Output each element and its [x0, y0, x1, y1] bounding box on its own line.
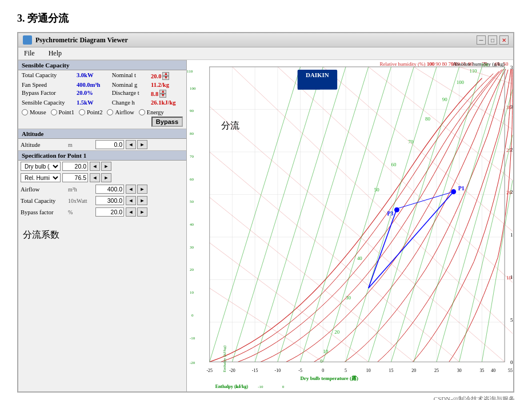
svg-text:10: 10 — [190, 290, 194, 295]
svg-text:-10: -10 — [275, 368, 281, 373]
svg-text:-15: -15 — [252, 368, 258, 373]
rel-humidity-right-btn[interactable]: ► — [101, 173, 111, 182]
svg-text:5: 5 — [345, 368, 347, 373]
bypass-factor-left-btn[interactable]: ◄ — [126, 207, 136, 217]
airflow-form-label: Airflow — [21, 186, 66, 193]
airflow-left-btn[interactable]: ◄ — [126, 185, 136, 194]
airflow-arrows: ◄ ► — [126, 185, 147, 194]
altitude-left-btn[interactable]: ◄ — [126, 140, 136, 149]
dry-bulb-right-btn[interactable]: ► — [101, 162, 111, 171]
energy-radio[interactable]: Energy — [139, 109, 164, 115]
section-number: 3. — [17, 13, 25, 24]
altitude-unit: m — [68, 142, 94, 148]
svg-text:25: 25 — [434, 368, 439, 373]
bypass-annotation: 分流 — [221, 120, 239, 132]
menu-help[interactable]: Help — [46, 49, 64, 58]
dry-bulb-left-btn[interactable]: ◄ — [90, 162, 100, 171]
airflow-right-btn[interactable]: ► — [137, 185, 147, 194]
dry-bulb-dropdown[interactable]: Dry bulb (露) — [21, 162, 61, 171]
bypass-factor-label: Bypass Factor — [21, 89, 73, 98]
minimize-button[interactable]: ─ — [477, 35, 486, 45]
svg-text:P3: P3 — [387, 210, 394, 217]
svg-text:10: 10 — [506, 275, 511, 281]
svg-text:0: 0 — [191, 313, 194, 318]
point1-radio[interactable]: Point1 — [51, 109, 74, 115]
close-button[interactable]: ✕ — [499, 35, 509, 45]
svg-point-105 — [451, 189, 456, 194]
altitude-label: Altitude — [21, 142, 66, 148]
svg-text:50: 50 — [374, 187, 379, 193]
svg-text:20: 20 — [334, 329, 339, 335]
airflow-label: Airflow — [115, 109, 134, 115]
discharge-t-label: Discharge t — [111, 89, 147, 98]
svg-text:Absolute humidity (g/kg): Absolute humidity (g/kg) — [453, 61, 505, 67]
dry-bulb-row: Dry bulb (露) ◄ ► — [18, 161, 186, 172]
bypass-factor-right-btn[interactable]: ► — [137, 207, 147, 217]
rel-humidity-left-btn[interactable]: ◄ — [90, 173, 100, 182]
rel-humidity-input[interactable] — [62, 173, 88, 182]
energy-label: Energy — [147, 109, 164, 115]
fan-speed-label: Fan Speed — [21, 81, 73, 89]
airflow-row: Airflow m³h ◄ ► — [18, 183, 186, 195]
svg-point-107 — [394, 207, 399, 212]
window-title: Psychrometric Diagram Viewer — [35, 36, 128, 45]
svg-text:15: 15 — [389, 368, 394, 373]
svg-text:DAIKIN: DAIKIN — [306, 71, 329, 78]
dry-bulb-input[interactable] — [62, 162, 88, 171]
nominal-t-spinner[interactable]: ▲ ▼ — [162, 72, 169, 80]
bypass-factor-form-label: Bypass factor — [21, 209, 66, 215]
svg-text:35: 35 — [479, 368, 484, 373]
total-capacity-unit: 10xWatt — [68, 198, 94, 204]
nominal-t-down[interactable]: ▼ — [162, 76, 169, 80]
section-title: 3. 旁通分流 — [17, 11, 515, 25]
bypass-factor-input[interactable] — [95, 207, 124, 217]
svg-text:20: 20 — [411, 368, 416, 373]
svg-text:110: 110 — [187, 69, 193, 74]
nominal-t-label: Nominal t — [111, 71, 147, 81]
menu-file[interactable]: File — [22, 49, 37, 58]
bypass-factor-cn-label: 分流系数 — [18, 218, 186, 243]
mouse-label: Mouse — [30, 109, 46, 115]
svg-text:-20: -20 — [235, 385, 241, 389]
svg-text:30: 30 — [457, 368, 462, 373]
svg-text:70: 70 — [408, 139, 413, 145]
airflow-input[interactable] — [95, 185, 124, 194]
airflow-radio-circle — [107, 109, 113, 115]
svg-text:100: 100 — [457, 79, 465, 85]
svg-text:35: 35 — [510, 65, 513, 70]
rel-humidity-row: Rel. Humidity (%) ◄ ► — [18, 172, 186, 183]
discharge-t-down[interactable]: ▼ — [159, 94, 166, 98]
rel-humidity-dropdown[interactable]: Rel. Humidity (%) — [21, 173, 61, 182]
airflow-radio[interactable]: Airflow — [107, 109, 134, 115]
altitude-input[interactable] — [95, 140, 124, 149]
bypass-button[interactable]: Bypass — [151, 117, 183, 127]
svg-text:-20: -20 — [229, 368, 235, 373]
mouse-radio[interactable]: Mouse — [22, 109, 46, 115]
svg-text:40: 40 — [491, 368, 495, 373]
app-window: Psychrometric Diagram Viewer ─ □ ✕ File … — [17, 32, 514, 393]
mouse-radio-circle — [22, 109, 28, 115]
total-capacity-input[interactable] — [95, 196, 124, 205]
svg-text:10: 10 — [366, 368, 371, 373]
window-controls: ─ □ ✕ — [477, 35, 509, 45]
mode-radio-group: Mouse Point1 Point2 Airflow — [18, 107, 186, 129]
bypass-factor-unit: % — [68, 209, 94, 215]
point2-radio[interactable]: Point2 — [79, 109, 102, 115]
point1-label: Point1 — [59, 109, 74, 115]
discharge-t-spinner[interactable]: ▲ ▼ — [159, 90, 166, 98]
total-capacity-left-btn[interactable]: ◄ — [126, 196, 136, 205]
title-bar-left: Psychrometric Diagram Viewer — [23, 35, 128, 45]
rel-humidity-arrows: ◄ ► — [90, 173, 111, 182]
sensible-capacity-header: Sensible Capacity — [18, 60, 186, 70]
total-capacity-form-label: Total Capacity — [21, 198, 66, 204]
total-capacity-right-btn[interactable]: ► — [137, 196, 147, 205]
svg-text:P1: P1 — [458, 185, 465, 191]
dry-bulb-arrows: ◄ ► — [90, 162, 111, 171]
psychrometric-chart: 100 90 80 70 60 50 Relative humidity (%)… — [187, 60, 513, 391]
maximize-button[interactable]: □ — [488, 35, 497, 45]
total-capacity-form-row: Total Capacity 10xWatt ◄ ► — [18, 195, 186, 206]
left-panel: Sensible Capacity Total Capacity 3.0kW N… — [18, 60, 187, 391]
svg-text:0: 0 — [322, 368, 324, 373]
nominal-g-label: Nominal g — [111, 81, 147, 89]
altitude-right-btn[interactable]: ► — [137, 140, 147, 149]
